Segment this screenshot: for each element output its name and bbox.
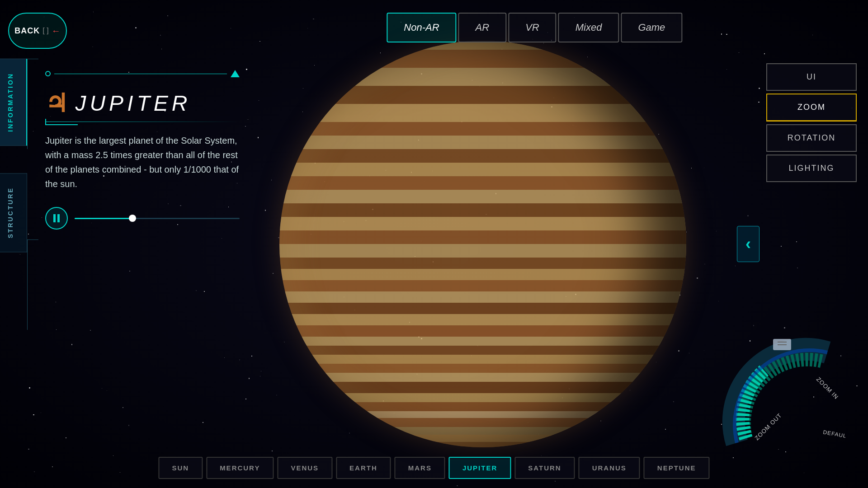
title-underline bbox=[45, 122, 240, 122]
tab-ar[interactable]: AR bbox=[458, 13, 507, 42]
audio-progress-thumb[interactable] bbox=[129, 215, 136, 222]
tab-vr[interactable]: VR bbox=[508, 13, 557, 42]
panel-btn-ui[interactable]: UI bbox=[766, 63, 857, 91]
planet-nav-jupiter[interactable]: JUPITER bbox=[449, 457, 511, 479]
pause-icon bbox=[53, 214, 60, 222]
planet-description: Jupiter is the largest planet of the Sol… bbox=[45, 133, 240, 191]
planet-nav-saturn[interactable]: SATURN bbox=[514, 457, 575, 479]
planet-nav-mercury[interactable]: MERCURY bbox=[206, 457, 274, 479]
planet-name: JUPITER bbox=[75, 91, 191, 116]
right-panel: UI ZOOM ROTATION LIGHTING bbox=[766, 63, 857, 182]
sidebar-deco-top bbox=[27, 59, 38, 149]
sidebar-deco-bottom bbox=[27, 239, 38, 330]
pause-bar-left bbox=[53, 214, 56, 222]
tab-non-ar[interactable]: Non-AR bbox=[387, 13, 456, 42]
audio-progress-track[interactable] bbox=[75, 218, 240, 219]
planet-nav-sun[interactable]: SUN bbox=[158, 457, 203, 479]
zoom-dial[interactable]: ZOOM IN ZOOM OUT DEFAULT bbox=[719, 334, 845, 461]
pause-bar-right bbox=[57, 214, 60, 222]
zoom-dial-svg: ZOOM IN ZOOM OUT DEFAULT bbox=[719, 334, 845, 461]
planet-nav-venus[interactable]: VENUS bbox=[277, 457, 332, 479]
svg-text:ZOOM IN: ZOOM IN bbox=[815, 376, 840, 401]
play-pause-button[interactable] bbox=[45, 207, 68, 230]
planet-nav-mars[interactable]: MARS bbox=[395, 457, 445, 479]
back-label: BACK bbox=[14, 26, 40, 36]
svg-text:ZOOM OUT: ZOOM OUT bbox=[754, 412, 783, 441]
chevron-right-button[interactable]: ‹ bbox=[737, 226, 760, 262]
planet-nav-neptune[interactable]: NEPTUNE bbox=[644, 457, 710, 479]
panel-btn-rotation[interactable]: ROTATION bbox=[766, 124, 857, 152]
sidebar-tab-information[interactable]: INFORMATION bbox=[0, 59, 27, 146]
top-slider[interactable] bbox=[45, 70, 240, 77]
slider-circle-icon bbox=[45, 71, 51, 76]
info-content-panel: ♃ JUPITER Jupiter is the largest planet … bbox=[45, 70, 240, 230]
tab-mixed[interactable]: Mixed bbox=[558, 13, 619, 42]
tab-game[interactable]: Game bbox=[621, 13, 682, 42]
planet-nav-bar: SUN MERCURY VENUS EARTH MARS JUPITER SAT… bbox=[158, 457, 709, 479]
ui-layer: BACK [ ] ← Non-AR AR VR Mixed Game UI ZO… bbox=[0, 0, 868, 488]
panel-btn-zoom[interactable]: ZOOM bbox=[766, 94, 857, 122]
back-sep: [ ] bbox=[42, 27, 48, 35]
back-button[interactable]: BACK [ ] ← bbox=[8, 13, 67, 49]
audio-player bbox=[45, 207, 240, 230]
planet-nav-earth[interactable]: EARTH bbox=[336, 457, 391, 479]
svg-text:DEFAULT: DEFAULT bbox=[822, 429, 845, 440]
planet-nav-uranus[interactable]: URANUS bbox=[579, 457, 640, 479]
audio-progress-fill bbox=[75, 218, 132, 219]
slider-line bbox=[54, 74, 227, 74]
slider-triangle-icon bbox=[231, 70, 240, 77]
planet-symbol: ♃ bbox=[45, 89, 68, 118]
chevron-right-icon: ‹ bbox=[745, 235, 751, 253]
sidebar-tab-structure[interactable]: STRUCTURE bbox=[0, 173, 27, 252]
planet-title-area: ♃ JUPITER bbox=[45, 89, 240, 122]
panel-btn-lighting[interactable]: LIGHTING bbox=[766, 155, 857, 182]
mode-tabs-container: Non-AR AR VR Mixed Game bbox=[387, 13, 682, 42]
back-arrow-icon: ← bbox=[52, 26, 61, 36]
